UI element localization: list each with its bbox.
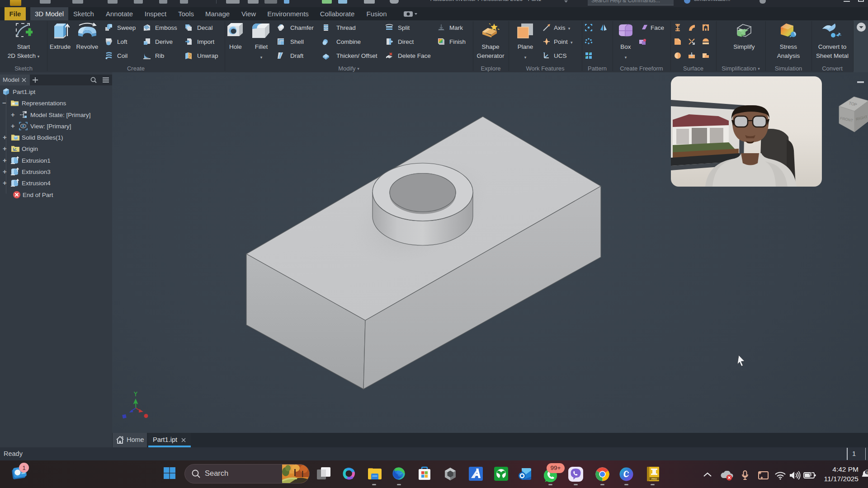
svg-text:PRO: PRO <box>651 478 657 480</box>
svg-text:8: 8 <box>866 471 868 474</box>
svg-text:1: 1 <box>22 465 25 471</box>
